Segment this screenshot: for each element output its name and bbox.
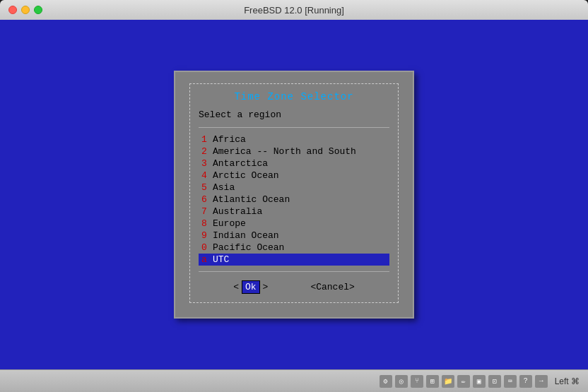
folder-icon[interactable]: 📁: [442, 375, 454, 388]
arrow-icon[interactable]: →: [535, 375, 548, 388]
dialog-inner: Time Zone Selector Select a region 1 Afr…: [189, 83, 399, 303]
separator-bottom: [199, 271, 389, 272]
traffic-lights[interactable]: [8, 6, 42, 14]
region-number: 8: [201, 218, 213, 229]
timezone-dialog: Time Zone Selector Select a region 1 Afr…: [174, 71, 414, 319]
region-name: America -- North and South: [213, 146, 356, 157]
maximize-button[interactable]: [34, 6, 42, 14]
keyboard-icon[interactable]: ⌨: [504, 375, 517, 388]
dialog-subtitle: Select a region: [199, 109, 389, 120]
usb-icon[interactable]: ⑂: [411, 375, 423, 388]
window-title: FreeBSD 12.0 [Running]: [244, 5, 344, 16]
region-item[interactable]: 1 Africa: [199, 133, 389, 145]
settings-icon[interactable]: ⚙: [380, 375, 392, 388]
region-name: Indian Ocean: [213, 230, 279, 241]
region-name: UTC: [213, 254, 229, 265]
region-number: 4: [201, 170, 213, 181]
region-item[interactable]: 8 Europe: [199, 218, 389, 230]
cancel-button[interactable]: <Cancel>: [310, 282, 354, 292]
help-icon[interactable]: ?: [519, 375, 532, 388]
left-arrow-icon: <: [233, 282, 239, 292]
main-area: Time Zone Selector Select a region 1 Afr…: [0, 20, 588, 369]
region-name: Pacific Ocean: [213, 242, 284, 253]
region-name: Asia: [213, 182, 235, 193]
region-number: 0: [201, 242, 213, 253]
network-icon[interactable]: ⊞: [426, 375, 439, 388]
title-bar: FreeBSD 12.0 [Running]: [0, 0, 588, 20]
region-name: Africa: [213, 134, 246, 145]
close-button[interactable]: [8, 6, 17, 14]
region-name: Atlantic Ocean: [213, 194, 290, 205]
right-arrow-icon: >: [263, 282, 269, 292]
dialog-title: Time Zone Selector: [199, 91, 389, 102]
shortcut-text: Left ⌘: [555, 376, 580, 386]
ok-button[interactable]: < Ok >: [233, 280, 268, 294]
region-item[interactable]: 2 America -- North and South: [199, 145, 389, 158]
display-icon[interactable]: ▣: [473, 375, 486, 388]
region-item[interactable]: 5 Asia: [199, 182, 389, 194]
region-number: 2: [201, 146, 213, 157]
region-name: Arctic Ocean: [213, 170, 279, 181]
region-list: 1 Africa2 America -- North and South3 An…: [199, 133, 389, 266]
cd-icon[interactable]: ◎: [395, 375, 408, 388]
region-name: Australia: [213, 206, 262, 217]
region-item[interactable]: a UTC: [199, 254, 389, 266]
region-item[interactable]: 0 Pacific Ocean: [199, 242, 389, 254]
dialog-buttons: < Ok > <Cancel>: [199, 280, 389, 294]
region-item[interactable]: 9 Indian Ocean: [199, 230, 389, 242]
region-name: Antarctica: [213, 158, 268, 169]
region-number: a: [201, 254, 213, 265]
region-number: 7: [201, 206, 213, 217]
region-item[interactable]: 4 Arctic Ocean: [199, 170, 389, 182]
region-item[interactable]: 3 Antarctica: [199, 158, 389, 170]
region-item[interactable]: 6 Atlantic Ocean: [199, 194, 389, 206]
bottom-toolbar: ⚙ ◎ ⑂ ⊞ 📁 ✏ ▣ ⊡ ⌨ ? → Left ⌘: [0, 369, 588, 392]
toolbar-icons: ⚙ ◎ ⑂ ⊞ 📁 ✏ ▣ ⊡ ⌨ ? →: [380, 375, 548, 388]
region-number: 9: [201, 230, 213, 241]
separator-top: [199, 127, 389, 128]
region-number: 1: [201, 134, 213, 145]
vm-icon[interactable]: ⊡: [488, 375, 501, 388]
region-number: 3: [201, 158, 213, 169]
region-number: 5: [201, 182, 213, 193]
region-item[interactable]: 7 Australia: [199, 206, 389, 218]
region-name: Europe: [213, 218, 246, 229]
minimize-button[interactable]: [21, 6, 30, 14]
pencil-icon[interactable]: ✏: [457, 375, 470, 388]
region-number: 6: [201, 194, 213, 205]
ok-label[interactable]: Ok: [242, 280, 260, 294]
